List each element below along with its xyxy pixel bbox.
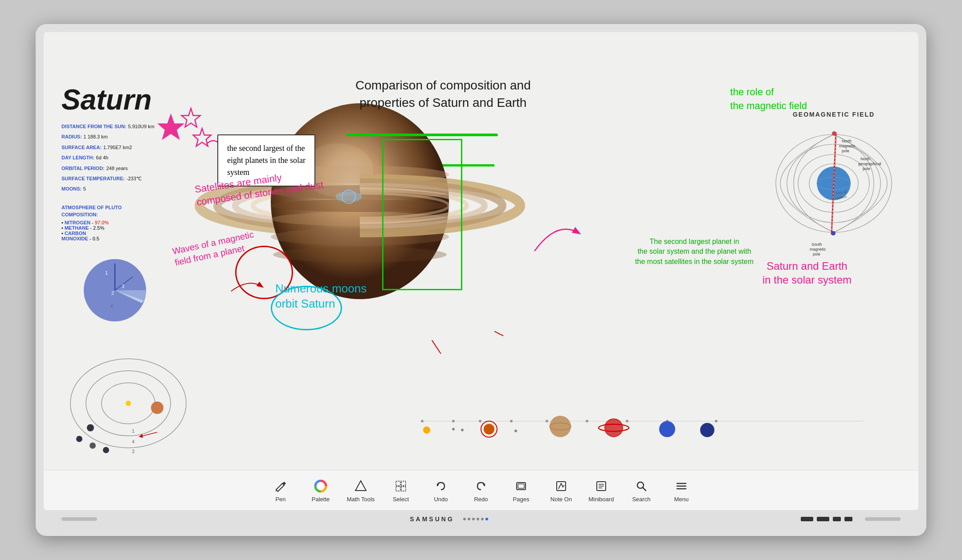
speaker-left (61, 517, 97, 521)
search-icon (633, 478, 649, 494)
pen-icon (273, 478, 289, 494)
svg-text:1: 1 (105, 270, 108, 276)
ann-second-largest: The second largest planet inthe solar sy… (635, 237, 754, 267)
svg-text:geographical: geographical (858, 162, 881, 166)
svg-text:4: 4 (132, 439, 135, 444)
svg-text:North: North (842, 139, 852, 143)
svg-text:3: 3 (122, 284, 124, 289)
text-box: the second largest of the eight planets … (217, 134, 315, 187)
svg-text:North: North (860, 157, 870, 161)
palette-label: Palette (312, 496, 330, 503)
svg-point-38 (76, 436, 82, 442)
pages-label: Pages (513, 496, 530, 503)
svg-text:4: 4 (110, 304, 113, 309)
planet-row (413, 399, 892, 443)
redo-icon (473, 478, 489, 494)
svg-point-72 (452, 420, 455, 422)
select-icon (393, 478, 409, 494)
palette-icon (313, 478, 329, 494)
svg-rect-98 (401, 481, 406, 486)
port-small (833, 517, 841, 521)
svg-text:1: 1 (132, 428, 135, 434)
pie-chart: 1 2 3 4 (75, 250, 155, 330)
search-tool[interactable]: Search (621, 473, 661, 508)
speaker-right (865, 517, 901, 521)
green-rect (382, 139, 462, 290)
stats-block: DISTANCE FROM THE SUN: 5.910U9 km RADIUS… (61, 121, 186, 194)
saturn-title: Saturn (61, 85, 186, 114)
svg-line-1 (432, 340, 441, 353)
green-underline (346, 134, 498, 136)
redo-label: Redo (474, 496, 488, 503)
svg-point-75 (546, 420, 548, 422)
orbit-diagram: 1 4 3 (61, 350, 195, 457)
math-tools-label: Math Tools (347, 496, 375, 503)
svg-point-22 (335, 191, 362, 202)
svg-point-36 (151, 402, 163, 414)
pages-icon (513, 478, 529, 494)
menu-icon (673, 478, 689, 494)
pages-tool[interactable]: Pages (501, 473, 541, 508)
select-label: Select (393, 496, 409, 503)
miniboard-tool[interactable]: Miniboard (581, 473, 621, 508)
svg-text:magnetic: magnetic (810, 247, 826, 252)
svg-point-92 (700, 423, 714, 437)
svg-point-77 (626, 420, 628, 422)
math-tools-icon (353, 478, 369, 494)
info-panel: Saturn DISTANCE FROM THE SUN: 5.910U9 km… (61, 85, 186, 241)
svg-point-40 (103, 447, 109, 453)
svg-text:GEOMAGNETIC FIELD: GEOMAGNETIC FIELD (793, 111, 875, 118)
svg-text:pole: pole (842, 149, 849, 153)
pen-label: Pen (275, 496, 285, 503)
svg-point-79 (715, 420, 717, 422)
port-small2 (844, 517, 852, 521)
svg-text:3: 3 (132, 449, 135, 454)
redo-tool[interactable]: Redo (461, 473, 501, 508)
svg-point-83 (484, 424, 494, 434)
svg-point-76 (586, 420, 588, 422)
atmosphere-block: ATMOSPHERE OF PLUTO COMPOSITION: • NITRO… (61, 205, 186, 241)
toolbar: Pen Palette (44, 470, 918, 510)
note-on-icon (553, 478, 569, 494)
geo-field: GEOMAGNETIC FIELD (767, 108, 901, 250)
select-tool[interactable]: Select (381, 473, 421, 508)
svg-rect-97 (396, 481, 400, 486)
svg-rect-99 (396, 487, 400, 491)
samsung-logo: SAMSUNG (410, 515, 454, 523)
svg-point-58 (831, 231, 836, 235)
svg-marker-95 (355, 481, 366, 491)
monitor: Saturn DISTANCE FROM THE SUN: 5.910U9 km… (36, 24, 926, 536)
svg-text:pole: pole (813, 252, 820, 256)
note-on-tool[interactable]: Note On (541, 473, 581, 508)
miniboard-label: Miniboard (588, 496, 614, 503)
svg-point-74 (510, 420, 513, 422)
svg-point-37 (87, 424, 94, 431)
undo-icon (433, 478, 449, 494)
miniboard-icon (593, 478, 609, 494)
palette-tool[interactable]: Palette (301, 473, 341, 508)
svg-point-91 (659, 421, 675, 437)
math-tools-tool[interactable]: Math Tools (341, 473, 381, 508)
menu-tool[interactable]: Menu (661, 473, 701, 508)
undo-label: Undo (434, 496, 448, 503)
svg-point-39 (90, 442, 96, 449)
menu-label: Menu (674, 496, 689, 503)
svg-point-86 (550, 416, 571, 437)
canvas-area: Saturn DISTANCE FROM THE SUN: 5.910U9 km… (44, 32, 918, 470)
svg-text:pole: pole (863, 166, 870, 171)
search-label: Search (632, 496, 650, 503)
svg-line-111 (643, 487, 646, 491)
pen-tool[interactable]: Pen (261, 473, 301, 508)
svg-text:2: 2 (111, 290, 114, 296)
svg-rect-100 (401, 487, 406, 491)
svg-point-94 (318, 484, 323, 488)
screen: Saturn DISTANCE FROM THE SUN: 5.910U9 km… (44, 32, 918, 510)
monitor-bottom: SAMSUNG (44, 510, 918, 528)
svg-rect-104 (518, 484, 524, 488)
svg-point-80 (423, 426, 430, 434)
svg-point-57 (832, 131, 836, 136)
svg-text:South: South (811, 242, 822, 247)
indicator-dots (463, 518, 488, 520)
note-on-label: Note On (550, 496, 572, 503)
undo-tool[interactable]: Undo (421, 473, 461, 508)
